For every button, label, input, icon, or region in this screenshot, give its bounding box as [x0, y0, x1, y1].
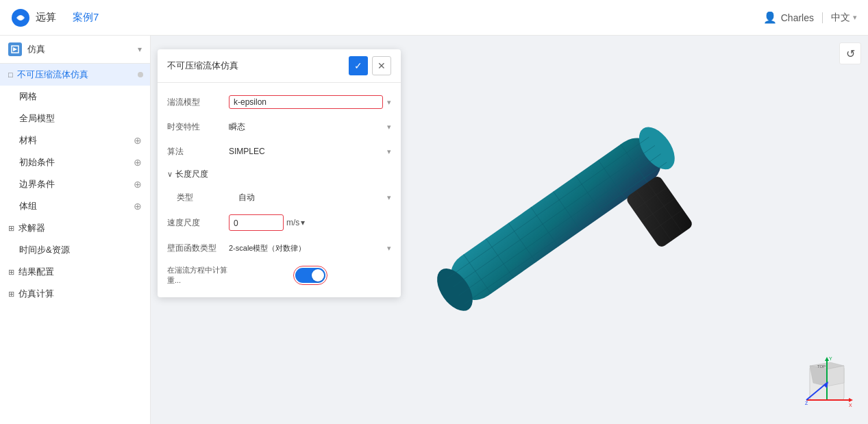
header-right: 👤 Charles 中文 ▾ — [763, 11, 857, 24]
sidebar-title: 仿真 — [27, 43, 45, 55]
sidebar-item-global-model[interactable]: 全局模型 — [0, 108, 150, 129]
sidebar-collapse-icon[interactable]: ▾ — [138, 45, 142, 54]
svg-marker-34 — [849, 398, 853, 402]
sidebar-item-result-config[interactable]: ⊞ 结果配置 — [0, 261, 150, 283]
dialog-actions: ✓ ✕ — [349, 56, 391, 75]
user-icon: 👤 — [763, 11, 777, 24]
svg-text:Z: Z — [805, 401, 808, 406]
refresh-icon: ↺ — [846, 47, 855, 60]
turbulence-control[interactable]: k-epsilon ▾ — [229, 95, 391, 109]
app-title: 远算 — [36, 11, 56, 24]
svg-marker-28 — [827, 366, 844, 386]
wall-func-value: 2-scale模型（对数律） — [229, 243, 306, 253]
svg-text:X: X — [849, 403, 852, 408]
dialog-close-button[interactable]: ✕ — [372, 56, 391, 75]
time-variant-label: 时变特性 — [167, 121, 229, 133]
wall-func-dropdown[interactable]: 2-scale模型（对数律） ▾ — [229, 243, 391, 253]
dialog-header: 不可压缩流体仿真 ✓ ✕ — [158, 49, 401, 83]
expand-icon: ⊞ — [8, 224, 14, 233]
turbulence-label: 湍流模型 — [167, 97, 229, 108]
toggle-container — [229, 266, 391, 285]
type-dropdown[interactable]: 自动 ▾ — [238, 192, 391, 203]
dialog-confirm-button[interactable]: ✓ — [349, 56, 368, 75]
velocity-value: 0 — [234, 219, 238, 228]
time-variant-dropdown[interactable]: 瞬态 ▾ — [229, 121, 391, 133]
add-icon[interactable]: ⊕ — [134, 201, 142, 212]
velocity-unit-dropdown[interactable]: m/s ▾ — [286, 218, 305, 227]
add-icon[interactable]: ⊕ — [134, 135, 142, 146]
add-icon[interactable]: ⊕ — [134, 157, 142, 168]
add-icon[interactable]: ⊕ — [134, 179, 142, 190]
gravity-toggle-highlight — [293, 266, 327, 285]
sidebar-item-label: 初始条件 — [19, 156, 134, 169]
status-dot — [138, 72, 143, 77]
sidebar-item-incompressible[interactable]: □ 不可压缩流体仿真 — [0, 64, 150, 86]
sidebar-item-label: 求解器 — [18, 222, 142, 234]
velocity-unit-chevron-icon: ▾ — [301, 218, 305, 227]
sidebar-item-sim-compute[interactable]: ⊞ 仿真计算 — [0, 283, 150, 305]
wall-func-label: 壁面函数类型 — [167, 242, 229, 254]
svg-text:TOP: TOP — [817, 364, 826, 369]
velocity-input[interactable]: 0 — [229, 214, 284, 231]
sidebar-header: 仿真 ▾ — [0, 36, 150, 64]
main-layout: 仿真 ▾ □ 不可压缩流体仿真 网格 全局模型 材料 ⊕ 初始条件 ⊕ 边界条件… — [0, 36, 868, 424]
refresh-button[interactable]: ↺ — [839, 42, 861, 64]
form-row-algorithm: 算法 SIMPLEC ▾ — [158, 139, 401, 164]
velocity-label: 速度尺度 — [167, 217, 229, 229]
sidebar-item-label: 体组 — [19, 200, 134, 212]
sidebar-item-init-condition[interactable]: 初始条件 ⊕ — [0, 151, 150, 173]
form-row-wall-func: 壁面函数类型 2-scale模型（对数律） ▾ — [158, 236, 401, 260]
turbulence-dropdown[interactable]: k-epsilon — [229, 95, 383, 109]
sidebar-item-label: 不可压缩流体仿真 — [17, 68, 142, 81]
sidebar-item-label: 材料 — [19, 134, 134, 147]
algorithm-value: SIMPLEC — [229, 147, 265, 156]
dialog-title: 不可压缩流体仿真 — [167, 60, 238, 72]
algorithm-dropdown[interactable]: SIMPLEC ▾ — [229, 147, 391, 156]
sidebar-item-boundary[interactable]: 边界条件 ⊕ — [0, 173, 150, 195]
user-info: 👤 Charles — [763, 11, 814, 24]
sidebar-item-material[interactable]: 材料 ⊕ — [0, 129, 150, 151]
turbulence-chevron-icon: ▾ — [387, 98, 391, 107]
logo-icon — [11, 8, 30, 27]
section-collapse-icon: ∨ — [167, 170, 173, 179]
wall-func-chevron-icon: ▾ — [387, 244, 391, 253]
type-value: 自动 — [238, 192, 255, 203]
language-chevron-icon: ▾ — [853, 13, 857, 22]
svg-line-17 — [459, 154, 661, 295]
header: 远算 案例7 👤 Charles 中文 ▾ — [0, 0, 868, 36]
logo: 远算 案例7 — [11, 8, 99, 27]
user-name: Charles — [781, 12, 814, 23]
simulation-icon — [8, 42, 22, 56]
3d-model-svg — [343, 63, 781, 392]
toggle-knob — [312, 269, 324, 282]
project-name: 案例7 — [73, 11, 99, 24]
3d-model-container — [343, 63, 781, 392]
expand-icon: ⊞ — [8, 290, 14, 299]
dialog-body: 湍流模型 k-epsilon ▾ 时变特性 瞬态 ▾ — [158, 83, 401, 297]
sidebar-item-body-group[interactable]: 体组 ⊕ — [0, 195, 150, 217]
sidebar-item-timestep[interactable]: 时间步&资源 — [0, 239, 150, 261]
form-row-velocity: 速度尺度 0 m/s ▾ — [158, 210, 401, 236]
form-row-type: 类型 自动 ▾ — [158, 185, 401, 210]
type-label: 类型 — [177, 192, 238, 203]
content-area: ↺ 不可压缩流体仿真 ✓ ✕ 湍流模型 k-epsilon — [151, 36, 868, 424]
velocity-control: 0 m/s ▾ — [229, 214, 391, 231]
svg-rect-4 — [441, 129, 671, 310]
form-row-time-variant: 时变特性 瞬态 ▾ — [158, 114, 401, 139]
language-label: 中文 — [831, 12, 850, 24]
svg-point-1 — [18, 16, 23, 20]
form-row-turbulence: 湍流模型 k-epsilon ▾ — [158, 90, 401, 114]
length-scale-section[interactable]: ∨ 长度尺度 — [158, 164, 401, 185]
axis-indicator: TOP Y X Z — [799, 356, 854, 410]
gravity-toggle[interactable] — [295, 268, 325, 283]
axis-svg: TOP Y X Z — [799, 356, 854, 410]
sidebar-item-mesh[interactable]: 网格 — [0, 86, 150, 108]
sidebar: 仿真 ▾ □ 不可压缩流体仿真 网格 全局模型 材料 ⊕ 初始条件 ⊕ 边界条件… — [0, 36, 151, 424]
sidebar-item-solver[interactable]: ⊞ 求解器 — [0, 217, 150, 239]
language-selector[interactable]: 中文 ▾ — [831, 12, 857, 24]
time-variant-value: 瞬态 — [229, 121, 245, 133]
gravity-label: 在湍流方程中计算重... — [167, 265, 229, 286]
sidebar-item-label: 结果配置 — [18, 266, 142, 278]
header-divider — [822, 12, 823, 23]
svg-marker-3 — [13, 47, 17, 51]
